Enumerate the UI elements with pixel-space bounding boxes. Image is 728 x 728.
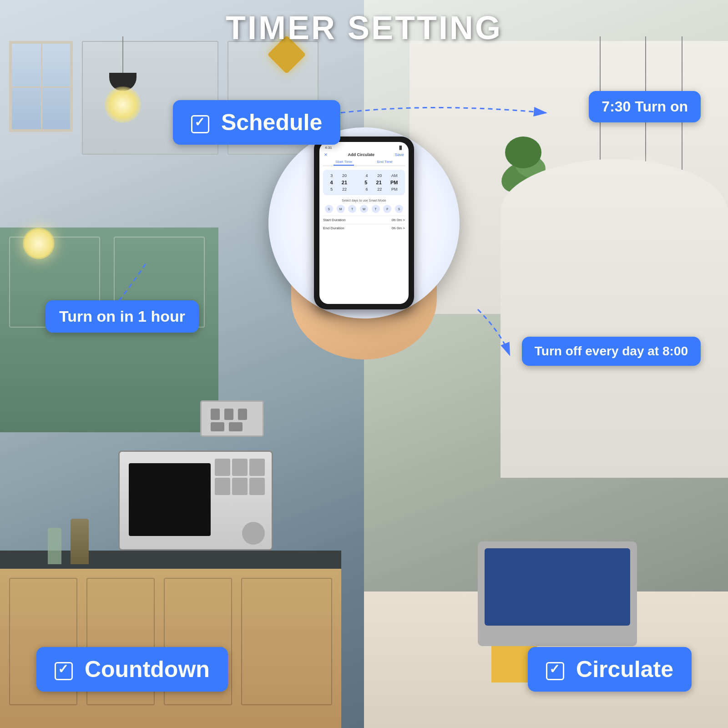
schedule-checkbox-icon — [191, 115, 209, 133]
circulate-label-text: Circulate — [576, 657, 673, 682]
page-title: TIMER SETTING — [226, 9, 502, 46]
countdown-checkbox-icon — [55, 662, 73, 680]
turn-on-time-label[interactable]: 7:30 Turn on — [589, 91, 701, 122]
turn-on-hour-label[interactable]: Turn on in 1 hour — [46, 300, 199, 333]
countdown-label-text: Countdown — [85, 657, 210, 682]
schedule-label-text: Schedule — [221, 110, 322, 135]
circulate-checkbox-icon — [546, 662, 564, 680]
turn-off-daily-label[interactable]: Turn off every day at 8:00 — [522, 337, 701, 366]
countdown-label[interactable]: Countdown — [36, 647, 228, 692]
turn-on-hour-text: Turn on in 1 hour — [59, 308, 185, 325]
schedule-label[interactable]: Schedule — [173, 100, 340, 145]
circulate-label[interactable]: Circulate — [528, 647, 692, 692]
turn-on-time-text: 7:30 Turn on — [602, 98, 688, 115]
turn-off-daily-text: Turn off every day at 8:00 — [535, 344, 688, 358]
